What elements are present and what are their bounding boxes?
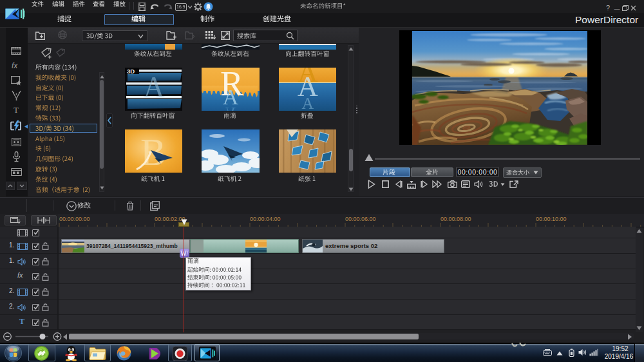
svg-text:A: A bbox=[143, 71, 164, 104]
svg-text:3D: 3D bbox=[127, 68, 135, 75]
svg-text:A: A bbox=[225, 104, 236, 111]
svg-text:A: A bbox=[302, 94, 314, 111]
